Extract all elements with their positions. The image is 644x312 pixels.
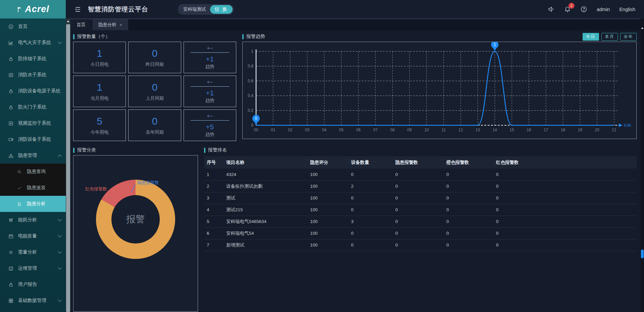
svg-text:14: 14: [493, 128, 497, 132]
table-cell: 2: [204, 180, 224, 192]
table-cell: 0: [493, 204, 637, 216]
table-cell: 0: [444, 227, 493, 239]
card-value: +5: [206, 123, 214, 131]
alarm-category-panel: 报警分类 报警 隐患报警数红色报警数: [73, 145, 198, 312]
sidebar-collapse-icon[interactable]: [75, 6, 81, 13]
sidebar-scrollbar[interactable]: [66, 18, 70, 312]
sidebar-item-防排烟子系统[interactable]: 防排烟子系统: [0, 51, 66, 67]
range-button-本月[interactable]: 本月: [601, 33, 618, 41]
svg-text:0: 0: [251, 123, 253, 128]
table-cell: 0: [444, 239, 493, 251]
sidebar-item-运维管理[interactable]: 运维管理: [0, 260, 66, 276]
svg-text:15: 15: [509, 128, 514, 132]
alarm-category-chart: 报警 隐患报警数红色报警数: [73, 155, 198, 312]
alarm-card-趋势: +--+1趋势: [184, 76, 236, 107]
notification-badge: 2: [568, 3, 575, 9]
notifications-bell-icon[interactable]: 2: [564, 6, 571, 13]
sidebar-item-消防设备电源子系统[interactable]: 消防设备电源子系统: [0, 83, 66, 99]
table-row: 7新增测试1000000: [204, 239, 637, 251]
help-icon[interactable]: [580, 6, 587, 13]
page-title: 智慧消防管理云平台: [88, 5, 148, 14]
sidebar-item-防火门子系统[interactable]: 防火门子系统: [0, 99, 66, 115]
alarm-card-趋势: +--+5趋势: [184, 109, 236, 141]
sidebar-item-隐患查询[interactable]: 隐患查询: [0, 164, 66, 180]
sidebar-item-视频监控子系统[interactable]: 视频监控子系统: [0, 115, 66, 131]
username-menu[interactable]: admin: [597, 7, 610, 12]
svg-text:1: 1: [494, 42, 496, 47]
table-cell: 0: [393, 180, 444, 192]
sidebar-item-隐患管理[interactable]: 隐患管理: [0, 147, 66, 164]
table-cell: 4324: [224, 169, 307, 180]
table-cell: 6: [204, 227, 224, 239]
sidebar-item-首页[interactable]: 首页: [0, 18, 66, 35]
switch-project-button[interactable]: 切 换: [210, 5, 233, 14]
sidebar-item-label: 视频监控子系统: [18, 120, 51, 126]
speaker-icon[interactable]: [548, 6, 555, 13]
rank-column-序号: 序号: [204, 156, 224, 169]
language-switch[interactable]: English: [619, 7, 635, 12]
card-label: 当月用电: [91, 95, 109, 101]
sidebar-item-label: 运维管理: [18, 265, 37, 271]
card-value: 0: [152, 82, 158, 93]
warning-icon: [8, 153, 14, 159]
sidebar-item-电气火灾子系统[interactable]: 电气火灾子系统: [0, 35, 66, 51]
svg-text:04: 04: [322, 128, 327, 132]
sidebar-scrollbar-thumb[interactable]: [66, 24, 70, 312]
grid-icon: [8, 298, 14, 304]
table-cell: 0: [393, 169, 444, 180]
tab-隐患分析[interactable]: 隐患分析×: [92, 19, 128, 30]
sidebar-item-需量分析[interactable]: 需量分析: [0, 244, 66, 260]
camera-icon: [8, 137, 14, 142]
svg-text:0: 0: [255, 116, 257, 121]
list-icon: [8, 250, 14, 255]
trend-line-chart: 00.20.40.60.8100010203040506070809101112…: [243, 42, 636, 139]
tab-bar: 首页隐患分析×: [70, 19, 641, 30]
main-scroll-up-icon[interactable]: [641, 27, 644, 29]
table-cell: 设备拓扑测试勿删: [224, 180, 307, 192]
tab-首页[interactable]: 首页: [70, 19, 92, 30]
table-cell: 100: [307, 204, 348, 216]
rank-column-项目名称: 项目名称: [224, 156, 307, 169]
sidebar-item-label: 消防水子系统: [18, 72, 46, 78]
sidebar-item-label: 需量分析: [18, 249, 37, 255]
sidebar-item-隐患分析[interactable]: 隐患分析: [0, 196, 66, 212]
sidebar-item-消防水子系统[interactable]: 消防水子系统: [0, 67, 66, 83]
title-accent-bar: [242, 34, 244, 39]
alarm-card-去年同期: 0去年同期: [128, 109, 181, 141]
table-cell: 3: [204, 192, 224, 204]
main-scrollbar-thumb[interactable]: [641, 250, 644, 258]
svg-text:11: 11: [442, 128, 446, 132]
sidebar-item-电能质量[interactable]: 电能质量: [0, 228, 66, 244]
chevron-down-icon: [58, 266, 61, 269]
svg-text:06: 06: [356, 128, 361, 132]
card-value: +1: [206, 55, 214, 63]
sidebar-item-能耗分析[interactable]: 能耗分析: [0, 212, 66, 228]
svg-text:19: 19: [578, 128, 583, 132]
table-cell: 4: [204, 204, 224, 216]
table-row: 5安科瑞电气54656341003000: [204, 216, 637, 227]
tab-close-icon[interactable]: ×: [119, 22, 122, 28]
sidebar-item-用户报告[interactable]: 用户报告: [0, 276, 66, 293]
table-cell: 测试: [224, 192, 307, 204]
table-cell: 0: [493, 169, 637, 180]
range-button-今日[interactable]: 今日: [583, 33, 599, 41]
range-button-全年[interactable]: 全年: [620, 33, 637, 41]
alarm-card-上月同期: 0上月同期: [128, 76, 181, 107]
acrel-logo: Acrel: [0, 0, 66, 18]
main-scrollbar[interactable]: [641, 18, 644, 312]
svg-text:18: 18: [561, 128, 565, 132]
table-cell: 0: [493, 227, 637, 239]
card-value: 0: [152, 116, 158, 127]
project-name: 安科瑞测试: [183, 6, 206, 12]
card-value: 1: [97, 82, 102, 93]
sidebar-item-消防设备子系统[interactable]: 消防设备子系统: [0, 131, 66, 147]
title-accent-bar: [204, 148, 205, 153]
sidebar-scroll-up-icon[interactable]: [67, 20, 69, 22]
sidebar-item-基础数据管理[interactable]: 基础数据管理: [0, 293, 66, 309]
sidebar-item-隐患派发[interactable]: 隐患派发: [0, 180, 66, 196]
card-value: 0: [152, 48, 158, 59]
play-square-icon: [8, 121, 14, 126]
table-cell: 0: [444, 216, 493, 227]
table-cell: 100: [307, 216, 348, 227]
sidebar-item-label: 隐患管理: [18, 152, 37, 159]
